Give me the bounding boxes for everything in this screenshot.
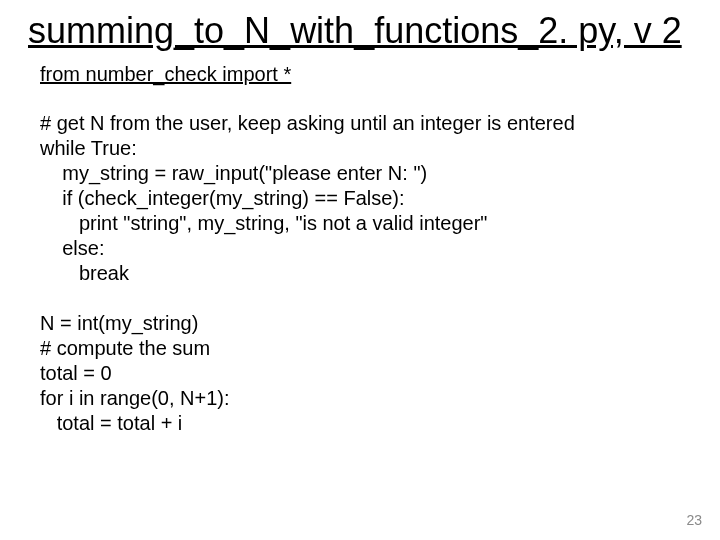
- page-number: 23: [686, 512, 702, 528]
- slide: summing_to_N_with_functions_2. py, v 2 f…: [0, 0, 720, 540]
- import-line: from number_check import *: [40, 62, 680, 87]
- slide-title: summing_to_N_with_functions_2. py, v 2: [0, 0, 720, 52]
- code-block: # get N from the user, keep asking until…: [40, 111, 680, 436]
- slide-body: from number_check import * # get N from …: [0, 52, 720, 436]
